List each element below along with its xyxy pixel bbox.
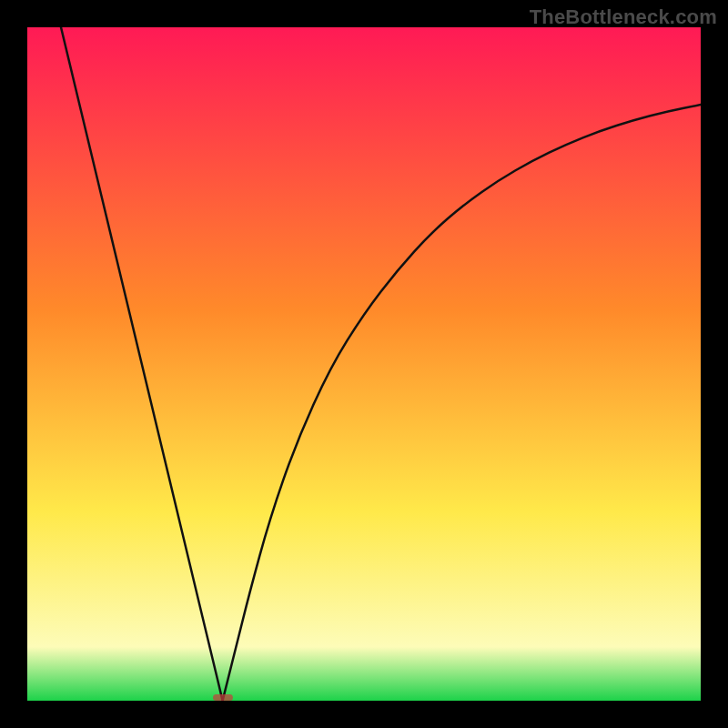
chart-plot bbox=[27, 27, 701, 701]
watermark-label: TheBottleneck.com bbox=[530, 5, 717, 29]
minimum-marker bbox=[213, 694, 233, 701]
chart-frame: TheBottleneck.com bbox=[0, 0, 728, 728]
gradient-bg bbox=[27, 27, 701, 701]
